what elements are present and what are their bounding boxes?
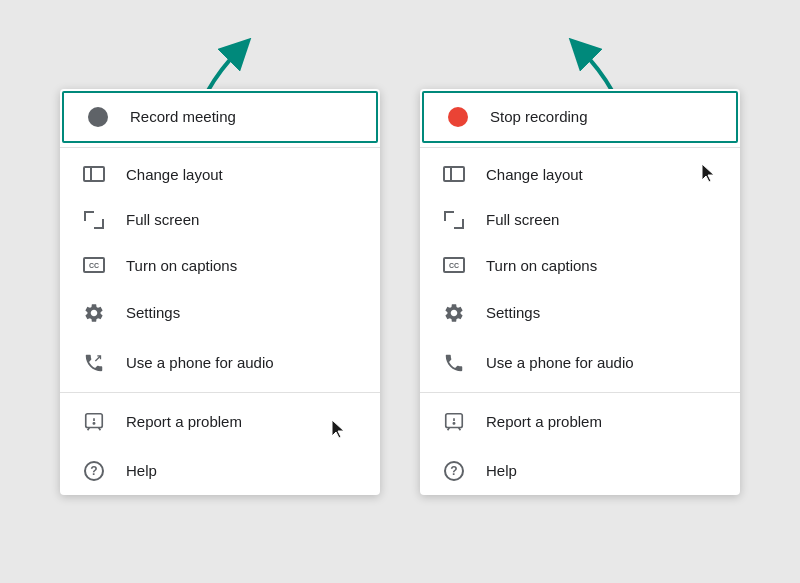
settings-right-item[interactable]: Settings bbox=[420, 288, 740, 338]
report-problem-right-label: Report a problem bbox=[486, 413, 602, 430]
full-screen-right-item[interactable]: Full screen bbox=[420, 197, 740, 243]
report-icon bbox=[83, 411, 105, 433]
phone-audio-item[interactable]: Use a phone for audio bbox=[60, 338, 380, 388]
phone-icon-wrap bbox=[80, 352, 108, 374]
svg-marker-4 bbox=[332, 420, 344, 438]
settings-icon-wrap bbox=[80, 302, 108, 324]
fullscreen-right-icon bbox=[444, 211, 464, 229]
svg-marker-6 bbox=[702, 164, 714, 182]
help-right-label: Help bbox=[486, 462, 517, 479]
divider-before-report-left bbox=[60, 392, 380, 393]
divider-before-report-right bbox=[420, 392, 740, 393]
change-layout-label: Change layout bbox=[126, 166, 223, 183]
help-right-item[interactable]: ? Help bbox=[420, 447, 740, 495]
stop-record-icon-wrap bbox=[444, 107, 472, 127]
svg-point-9 bbox=[453, 422, 454, 423]
stop-recording-label: Stop recording bbox=[490, 108, 588, 125]
record-icon-wrap bbox=[84, 107, 112, 127]
fullscreen-right-icon-wrap bbox=[440, 211, 468, 229]
layout-right-icon-wrap bbox=[440, 166, 468, 182]
fullscreen-icon-wrap bbox=[80, 211, 108, 229]
captions-right-icon-wrap: CC bbox=[440, 257, 468, 273]
captions-icon: CC bbox=[83, 257, 105, 273]
stop-recording-item[interactable]: Stop recording bbox=[422, 91, 738, 143]
report-icon-wrap bbox=[80, 411, 108, 433]
layout-icon bbox=[83, 166, 105, 182]
captions-label: Turn on captions bbox=[126, 257, 237, 274]
full-screen-item[interactable]: Full screen bbox=[60, 197, 380, 243]
settings-label: Settings bbox=[126, 304, 180, 321]
report-right-icon bbox=[443, 411, 465, 433]
change-layout-item[interactable]: Change layout bbox=[60, 152, 380, 197]
layout-right-icon bbox=[443, 166, 465, 182]
settings-right-label: Settings bbox=[486, 304, 540, 321]
right-menu-panel: Stop recording Change layout Full screen… bbox=[420, 89, 740, 495]
phone-icon bbox=[83, 352, 105, 374]
divider-after-record bbox=[60, 147, 380, 148]
settings-icon bbox=[83, 302, 105, 324]
settings-right-icon bbox=[443, 302, 465, 324]
phone-audio-right-item[interactable]: Use a phone for audio bbox=[420, 338, 740, 388]
help-label: Help bbox=[126, 462, 157, 479]
report-right-icon-wrap bbox=[440, 411, 468, 433]
phone-right-icon bbox=[443, 352, 465, 374]
captions-right-label: Turn on captions bbox=[486, 257, 597, 274]
captions-right-item[interactable]: CC Turn on captions bbox=[420, 243, 740, 288]
help-right-icon-wrap: ? bbox=[440, 461, 468, 481]
fullscreen-icon bbox=[84, 211, 104, 229]
report-problem-label: Report a problem bbox=[126, 413, 242, 430]
settings-right-icon-wrap bbox=[440, 302, 468, 324]
svg-point-3 bbox=[93, 422, 94, 423]
record-meeting-item[interactable]: Record meeting bbox=[62, 91, 378, 143]
cursor-left bbox=[330, 418, 350, 442]
report-problem-right-item[interactable]: Report a problem bbox=[420, 397, 740, 447]
left-menu-panel: Record meeting Change layout Full screen… bbox=[60, 89, 380, 495]
left-panel-wrapper: Record meeting Change layout Full screen… bbox=[60, 89, 380, 495]
captions-icon-wrap: CC bbox=[80, 257, 108, 273]
help-item[interactable]: ? Help bbox=[60, 447, 380, 495]
divider-after-stop bbox=[420, 147, 740, 148]
captions-item[interactable]: CC Turn on captions bbox=[60, 243, 380, 288]
stop-record-icon bbox=[448, 107, 468, 127]
help-icon-wrap: ? bbox=[80, 461, 108, 481]
record-meeting-label: Record meeting bbox=[130, 108, 236, 125]
captions-right-icon: CC bbox=[443, 257, 465, 273]
phone-audio-right-label: Use a phone for audio bbox=[486, 354, 634, 371]
full-screen-right-label: Full screen bbox=[486, 211, 559, 228]
change-layout-right-item[interactable]: Change layout bbox=[420, 152, 740, 197]
phone-audio-label: Use a phone for audio bbox=[126, 354, 274, 371]
change-layout-right-label: Change layout bbox=[486, 166, 583, 183]
layout-icon-wrap bbox=[80, 166, 108, 182]
help-icon: ? bbox=[84, 461, 104, 481]
record-icon bbox=[88, 107, 108, 127]
help-right-icon: ? bbox=[444, 461, 464, 481]
report-problem-item[interactable]: Report a problem bbox=[60, 397, 380, 447]
right-panel-wrapper: Stop recording Change layout Full screen… bbox=[420, 89, 740, 495]
phone-right-icon-wrap bbox=[440, 352, 468, 374]
cursor-right bbox=[700, 162, 720, 186]
settings-item[interactable]: Settings bbox=[60, 288, 380, 338]
full-screen-label: Full screen bbox=[126, 211, 199, 228]
